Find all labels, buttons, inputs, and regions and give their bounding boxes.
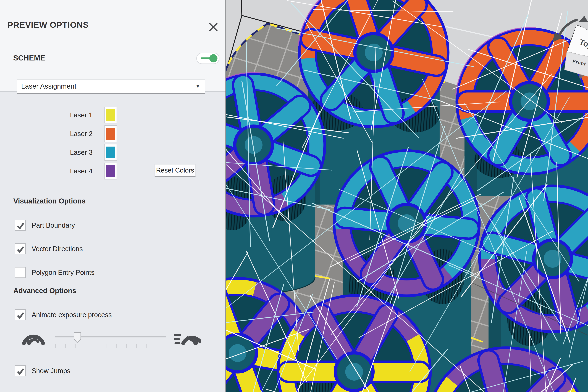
slider-tick [96, 344, 96, 348]
slider-tick [86, 344, 86, 348]
toggle-knob [209, 54, 218, 62]
panel-header: PREVIEW OPTIONS SCHEME [0, 0, 226, 92]
animation-speed-slider[interactable] [55, 336, 166, 338]
visualization-options-heading: Visualization Options [13, 197, 86, 205]
laser-1-label: Laser 1 [43, 111, 93, 119]
advanced-options-heading: Advanced Options [13, 287, 76, 295]
animate-exposure-label: Animate exposure process [32, 311, 112, 319]
laser-4-label: Laser 4 [43, 167, 93, 175]
laser-row: Laser 2 [0, 126, 226, 142]
slider-tick [157, 344, 157, 348]
slider-tick [136, 344, 137, 348]
panel-title: PREVIEW OPTIONS [8, 20, 89, 30]
part-boundary-checkbox[interactable] [15, 220, 26, 231]
vector-directions-checkbox[interactable] [15, 243, 26, 254]
slider-tick [55, 344, 56, 348]
polygon-entry-points-checkbox[interactable] [15, 267, 26, 278]
animate-exposure-checkbox[interactable] [15, 309, 26, 320]
close-icon[interactable] [207, 21, 219, 33]
part-boundary-label: Part Boundary [32, 222, 75, 229]
laser-2-swatch[interactable] [105, 126, 117, 142]
scheme-heading: SCHEME [13, 54, 45, 62]
laser-4-color [106, 165, 115, 177]
reset-colors-button[interactable]: Reset Colors [155, 164, 196, 177]
laser-row: Laser 3 [0, 144, 226, 161]
laser-row: Laser 1 [0, 107, 226, 124]
polygon-entry-points-label: Polygon Entry Points [32, 269, 95, 276]
laser-1-color [106, 109, 115, 121]
vector-directions-label: Vector Directions [32, 245, 83, 253]
slider-tick [65, 344, 66, 348]
slider-tick [147, 344, 147, 348]
laser-2-color [106, 128, 115, 140]
dropdown-value: Laser Assignment [21, 82, 76, 90]
color-scheme-dropdown[interactable]: Laser Assignment ▼ [17, 80, 205, 94]
show-jumps-checkbox[interactable] [15, 365, 26, 376]
fast-speed-icon [174, 326, 201, 348]
laser-3-label: Laser 3 [43, 149, 93, 156]
preview-options-panel: PREVIEW OPTIONS SCHEME Laser Assignment … [0, 0, 226, 392]
slider-handle[interactable] [74, 332, 81, 344]
slow-speed-icon [21, 326, 46, 348]
laser-3-swatch[interactable] [105, 144, 117, 161]
slider-tick [167, 344, 167, 348]
laser-3-color [106, 146, 115, 158]
laser-1-swatch[interactable] [105, 107, 117, 124]
slider-tick [106, 344, 107, 348]
show-jumps-label: Show Jumps [32, 367, 71, 375]
laser-4-swatch[interactable] [105, 163, 117, 180]
chevron-down-icon: ▼ [195, 84, 200, 89]
laser-2-label: Laser 2 [43, 130, 93, 138]
slider-tick [76, 344, 76, 348]
scheme-toggle[interactable] [196, 53, 219, 64]
slider-tick [116, 344, 117, 348]
slider-tick [126, 344, 127, 348]
